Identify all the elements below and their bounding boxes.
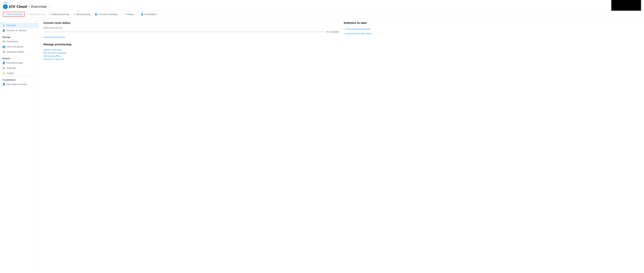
statistics-title: Statistics to date <box>344 21 639 24</box>
toolbar-separator-2 <box>137 12 138 16</box>
stop-provisioning-button[interactable]: ☐ Stop provisioning <box>25 12 47 16</box>
sidebar-item-audit-logs[interactable]: 🖥 Audit logs <box>0 65 38 71</box>
logs-icon: 👤 <box>2 61 5 64</box>
view-provisioning-logs-link[interactable]: View provisioning logs <box>43 36 65 38</box>
refresh-icon: ↻ <box>124 13 126 15</box>
sidebar-item-provisioning[interactable]: ⚙ Provisioning <box>0 39 38 44</box>
add-scoping-filters-link[interactable]: Add scoping filters <box>43 54 339 57</box>
content-grid: Current cycle status Initial cycle not r… <box>43 21 639 61</box>
chevron-down-icon-2: ∨ <box>344 33 345 34</box>
right-column: Statistics to date ∨ View provisioning d… <box>344 21 639 61</box>
play-icon: ▷ <box>5 13 7 15</box>
progress-bar-bg <box>43 32 324 32</box>
left-column: Current cycle status Initial cycle not r… <box>43 21 339 61</box>
app-body: « ℹ Overview 👤 Provision on demand Manag… <box>0 18 644 272</box>
sidebar-item-provisioning-logs[interactable]: 👤 Provisioning logs <box>0 60 38 65</box>
monitor-section-label: Monitor <box>0 56 38 60</box>
update-credentials-link[interactable]: Update credentials <box>43 48 339 51</box>
header-left: Home › i JCV Cloud | Overview ··· <box>3 2 52 9</box>
progress-container: 0% complete <box>43 31 339 33</box>
refresh-button[interactable]: ↻ Refresh <box>122 12 136 16</box>
users-icon: 👥 <box>2 45 5 48</box>
provision-on-demand-button[interactable]: 👤+ Provision on demand <box>93 12 119 16</box>
start-provisioning-button[interactable]: ▷ Start provisioning <box>3 12 24 17</box>
sidebar: « ℹ Overview 👤 Provision on demand Manag… <box>0 18 38 272</box>
manage-provisioning-title: Manage provisioning <box>43 43 339 46</box>
breadcrumb: Home › <box>3 2 52 4</box>
manage-provisioning-section: Manage provisioning Update credentials E… <box>43 43 339 61</box>
edit-provisioning-button[interactable]: ✏ Edit provisioning <box>72 12 92 16</box>
view-provisioning-details-item[interactable]: ∨ View provisioning details <box>344 27 639 31</box>
current-cycle-title: Current cycle status <box>43 21 339 24</box>
sidebar-divider-2 <box>2 55 36 55</box>
overview-icon: ℹ <box>2 24 5 27</box>
got-feedback-button[interactable]: 👤 Got feedback? <box>139 12 159 16</box>
view-technical-information-item[interactable]: ∨ View technical information <box>344 31 639 36</box>
feedback-icon: 👤 <box>141 13 143 15</box>
app-name: JCV Cloud <box>9 5 27 8</box>
person-icon: 👤 <box>2 29 5 32</box>
toolbar: ▷ Start provisioning ☐ Stop provisioning… <box>0 11 644 18</box>
manage-section-label: Manage <box>0 34 38 39</box>
sidebar-item-insights[interactable]: 💡 Insights <box>0 71 38 76</box>
progress-label: 0% complete <box>326 31 339 33</box>
page-title-row: i JCV Cloud | Overview ··· <box>3 4 52 9</box>
page-name: Overview <box>31 5 46 8</box>
title-divider: | <box>28 5 30 8</box>
sidebar-collapse-area: « <box>0 19 38 23</box>
sidebar-collapse-button[interactable]: « <box>36 20 37 22</box>
stop-icon: ☐ <box>27 13 29 15</box>
insights-icon: 💡 <box>2 72 5 75</box>
audit-icon: 🖥 <box>2 67 5 69</box>
main-content: Current cycle status Initial cycle not r… <box>38 18 644 272</box>
header-black-area <box>611 0 641 11</box>
app-icon: i <box>3 4 8 9</box>
provision-on-demand-link[interactable]: Provision on demand <box>43 57 339 61</box>
gear-icon: ⚙ <box>2 40 5 43</box>
sidebar-item-new-support-request[interactable]: 👤 New support request <box>0 82 38 87</box>
sidebar-divider-3 <box>2 76 36 77</box>
page-header: Home › i JCV Cloud | Overview ··· <box>0 0 644 11</box>
expression-icon: 🖥 <box>2 50 5 53</box>
restart-provisioning-button[interactable]: ↻ Restart provisioning <box>47 12 71 16</box>
breadcrumb-separator: › <box>9 2 10 4</box>
sidebar-item-users-groups[interactable]: 👥 Users and groups <box>0 44 38 49</box>
sidebar-item-expression-builder[interactable]: 🖥 Expression builder <box>0 49 38 54</box>
support-icon: 👤 <box>2 83 5 86</box>
breadcrumb-home[interactable]: Home <box>3 2 8 4</box>
cycle-status-text: Initial cycle not run. <box>43 27 339 29</box>
person-add-icon: 👤+ <box>94 13 98 15</box>
troubleshoot-section-label: Troubleshoot <box>0 77 38 82</box>
more-options-button[interactable]: ··· <box>48 5 52 8</box>
edit-attribute-mappings-link[interactable]: Edit attribute mappings <box>43 51 339 54</box>
restart-icon: ↻ <box>49 13 51 15</box>
sidebar-item-overview[interactable]: ℹ Overview <box>0 23 38 28</box>
edit-icon: ✏ <box>73 13 75 15</box>
sidebar-item-provision-on-demand[interactable]: 👤 Provision on demand <box>0 28 38 33</box>
chevron-down-icon-1: ∨ <box>344 28 345 30</box>
